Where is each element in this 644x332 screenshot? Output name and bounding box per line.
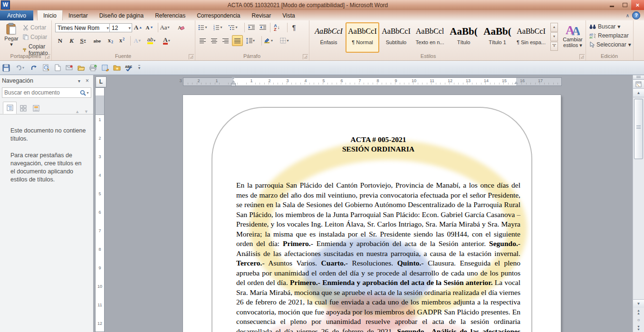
scrollbar-thumb[interactable] <box>634 99 643 159</box>
view-ruler-toggle[interactable] <box>633 80 644 89</box>
horizontal-ruler[interactable]: 3211234567891011121314151617 <box>106 76 633 87</box>
paste-dropdown-icon[interactable]: ▾ <box>10 41 13 47</box>
edit-table-button[interactable] <box>100 63 110 73</box>
mail-attachment-button[interactable] <box>64 63 75 73</box>
cut-button[interactable]: Cortar <box>23 24 46 31</box>
style-chip-subtítulo[interactable]: AaBbCcISubtítulo <box>379 22 413 52</box>
strikethrough-button[interactable]: abe <box>92 36 102 46</box>
document-page[interactable]: ACTA # 005-2021 SESIÓN ORDINARIA En la p… <box>183 95 561 332</box>
restore-button[interactable] <box>618 0 631 10</box>
nav-tab-headings[interactable] <box>3 102 17 114</box>
fuente-dialog-launcher[interactable]: ◿ <box>189 54 194 59</box>
increase-indent-button[interactable] <box>258 22 268 32</box>
shrink-font-button[interactable]: A▼ <box>144 22 154 32</box>
tab-insertar[interactable]: Insertar <box>63 10 94 20</box>
numbering-button[interactable]: 123▾ <box>213 22 223 32</box>
select-button[interactable]: Seleccionar▾ <box>589 41 631 48</box>
portapapeles-dialog-launcher[interactable]: ◿ <box>45 54 50 59</box>
right-indent-marker[interactable] <box>514 81 518 84</box>
replace-button[interactable]: abac Reemplazar <box>589 32 629 39</box>
search-options-dropdown-icon[interactable]: ▾ <box>87 91 91 95</box>
justify-button[interactable] <box>232 35 243 46</box>
tab-stop-selector[interactable]: L <box>96 76 106 87</box>
change-styles-button[interactable]: A A Cambiarestilos ▾ <box>561 22 585 48</box>
previous-page-button[interactable]: ▲▲ <box>633 308 644 316</box>
document-text[interactable]: ACTA # 005-2021 SESIÓN ORDINARIA En la p… <box>236 135 520 332</box>
decrease-indent-button[interactable] <box>246 22 256 32</box>
help-icon[interactable]: ? <box>632 11 640 19</box>
nav-tab-pages[interactable] <box>17 103 29 114</box>
style-chip--sin-espa-[interactable]: AaBbCcI¶ Sin espa... <box>514 22 548 52</box>
italic-button[interactable]: K <box>67 36 77 46</box>
bullets-button[interactable]: ▾ <box>198 22 208 32</box>
multilevel-list-button[interactable]: ▾ <box>228 22 238 32</box>
shading-button[interactable]: ▾ <box>263 36 273 46</box>
print-preview-button[interactable] <box>40 63 51 73</box>
tab-revisar[interactable]: Revisar <box>246 10 277 20</box>
tab-archivo[interactable]: Archivo <box>0 10 33 20</box>
clear-formatting-button[interactable]: A <box>176 22 186 32</box>
highlight-color-button[interactable]: ab▾ <box>146 36 156 46</box>
toolbar-more-button[interactable]: ▾ <box>135 63 143 73</box>
vertical-ruler[interactable]: 123456789101112 <box>95 87 105 332</box>
minimize-button[interactable] <box>606 0 618 10</box>
underline-button[interactable]: S▾ <box>78 36 88 46</box>
nav-pane-menu-icon[interactable]: ▾ <box>75 78 83 84</box>
find-button[interactable]: Buscar▾ <box>589 23 620 30</box>
font-color-button[interactable]: A▾ <box>162 36 172 46</box>
nav-pane-close-icon[interactable]: × <box>83 77 91 84</box>
change-case-button[interactable]: Aa▾ <box>160 22 170 32</box>
show-paragraph-marks-button[interactable]: ¶ <box>289 22 299 32</box>
style-chip-énfasis[interactable]: AaBbCcIÉnfasis <box>312 22 346 52</box>
styles-scroll-up-icon[interactable]: ▲ <box>550 23 558 32</box>
style-chip-título[interactable]: AaBb(Título <box>447 22 481 52</box>
style-chip-título-1[interactable]: AaBb(Título 1 <box>481 22 514 52</box>
tab-inicio[interactable]: Inicio <box>37 10 63 20</box>
save-button[interactable] <box>1 63 11 73</box>
scroll-down-icon[interactable]: ▼ <box>633 299 644 308</box>
style-chip-texto-en-n-[interactable]: AaBbCclTexto en n... <box>413 22 447 52</box>
scroll-up-icon[interactable]: ▲ <box>633 89 644 97</box>
estilos-dialog-launcher[interactable]: ◿ <box>579 54 585 59</box>
new-document-button[interactable] <box>52 63 63 73</box>
nav-prev-icon[interactable]: ▲ <box>75 109 79 114</box>
redo-button[interactable] <box>29 63 39 73</box>
spelling-button[interactable]: ABC <box>124 63 134 73</box>
nav-tab-results[interactable] <box>29 103 42 114</box>
font-name-combo[interactable]: Times New Rom▾ <box>55 23 110 32</box>
search-input[interactable] <box>2 89 80 96</box>
close-button[interactable]: × <box>631 0 644 10</box>
left-indent-marker[interactable] <box>231 77 235 86</box>
select-browse-object-button[interactable]: ○ <box>633 316 644 324</box>
style-chip--normal[interactable]: AaBbCcI¶ Normal <box>346 22 379 53</box>
copy-button[interactable]: Copiar <box>23 34 47 40</box>
quick-print-button[interactable] <box>88 63 98 73</box>
minimize-ribbon-icon[interactable]: ∧ <box>626 13 629 18</box>
next-page-button[interactable]: ▼▼ <box>633 324 644 332</box>
tab-diseno[interactable]: Diseño de página <box>94 10 149 20</box>
open-button[interactable] <box>76 63 87 73</box>
align-center-button[interactable] <box>209 36 219 46</box>
sort-button[interactable]: AZ↓ <box>272 22 282 32</box>
align-left-button[interactable] <box>198 36 208 46</box>
text-effects-button[interactable]: A▾ <box>132 36 142 46</box>
font-size-combo[interactable]: 12▾ <box>109 23 132 32</box>
tab-vista[interactable]: Vista <box>277 10 300 20</box>
tab-referencias[interactable]: Referencias <box>149 10 191 20</box>
borders-button[interactable]: ▾ <box>279 36 289 46</box>
superscript-button[interactable]: x2 <box>117 36 127 46</box>
styles-gallery-expand-icon[interactable]: ▾ <box>550 42 558 51</box>
line-spacing-button[interactable]: ▾ <box>245 36 255 46</box>
parrafo-dialog-launcher[interactable]: ◿ <box>303 54 308 59</box>
subscript-button[interactable]: x2 <box>106 36 115 46</box>
grow-font-button[interactable]: A▲ <box>133 22 143 32</box>
tab-correspondencia[interactable]: Correspondencia <box>191 10 246 20</box>
folder-options-button[interactable]: ★ <box>112 63 122 73</box>
align-right-button[interactable] <box>221 36 231 46</box>
undo-button[interactable]: ▾ <box>13 63 27 73</box>
styles-scroll-down-icon[interactable]: ▼ <box>550 32 558 41</box>
word-app-icon[interactable]: W <box>1 0 10 9</box>
split-window-handle[interactable] <box>633 76 644 80</box>
bold-button[interactable]: N <box>55 36 65 46</box>
paste-button[interactable]: Pegar▾ <box>1 22 22 47</box>
